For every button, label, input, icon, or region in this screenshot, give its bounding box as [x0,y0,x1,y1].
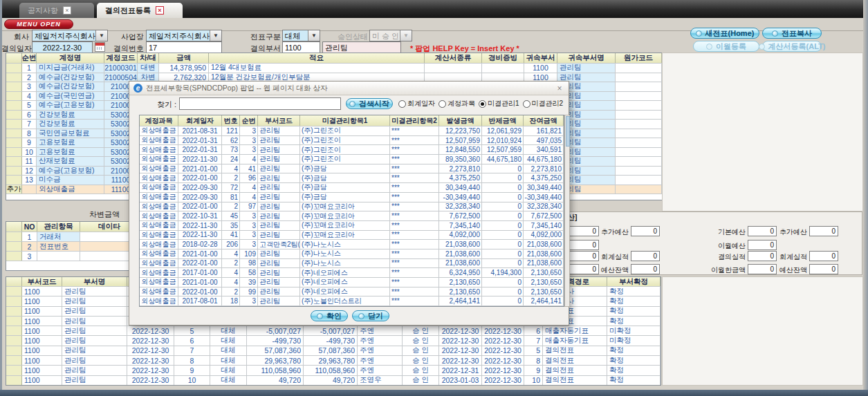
budget-value-box[interactable]: 0 [748,240,777,250]
table-row[interactable]: 외상매출금2022-11-30244관리팀(주)그린조이***89,350,36… [140,155,564,164]
tab-notice[interactable]: 공지사항 × [19,3,94,18]
budget-value-box[interactable]: 0 [809,251,838,261]
tab-close-icon[interactable]: × [63,6,71,15]
cell: 2021-08-31 [178,126,222,135]
column-header: 차/대 [138,53,159,63]
cell: 주엔 [358,336,403,345]
chevron-down-icon[interactable]: ▼ [308,30,320,41]
cell: *** [390,183,439,192]
close-button[interactable]: 닫기 [352,310,389,321]
cell: 18 [222,296,240,305]
table-row[interactable]: 외상매출금2022-01-31733관리팀(주)그린조이***12,848,55… [140,145,564,155]
table-row[interactable]: 외상매출금2022-01-00299관리팀(주)네오피에스***2,130,65… [140,287,564,297]
tab-label: 공지사항 [28,6,58,16]
dept-code-input[interactable]: 1100 [282,41,320,53]
radio-계정과목[interactable]: 계정과목 [438,99,475,109]
cell: 2022-01-00 [178,259,222,268]
cell: (주)금담 [300,173,390,182]
cell [6,167,22,176]
cell: 승 인 [403,326,439,335]
table-row[interactable]: 외상매출금2022-09-30724관리팀(주)금담***30,349,4400… [140,183,564,193]
budget-value-box[interactable]: 0 [748,251,777,261]
popup-titlebar[interactable]: e 전표세부항목(SPNDCDPop) 팝업 -- 웹 페이지 대화 상자 × [129,82,569,95]
cell: *** [390,136,439,145]
cell: 관리팀 [62,346,127,355]
popup-scrollbar[interactable] [564,115,570,307]
cell: 2022-12-30 [439,336,482,345]
table-row[interactable]: 외상매출금2022-11-30413관리팀(주)꼬매요코리아***4,092,0… [140,231,564,241]
cell: 2022-12-30 [482,346,524,355]
radio-미결관리1[interactable]: 미결관리1 [479,99,519,109]
cell: (주)그린조이 [300,126,390,135]
table-row[interactable]: 1100관리팀2022-12-305대체-5,007,027-5,007,027… [6,326,661,336]
table-row[interactable]: 외상매출금2022-11-30353관리팀(주)꼬매요코리아***7,345,1… [140,221,564,231]
budget-value-box[interactable]: 0 [631,226,660,236]
budget-value-box[interactable]: 0 [809,264,838,274]
cell: 29,963,780 [247,356,304,365]
budget-value-box[interactable]: 0 [809,226,838,236]
cell: 확정 [607,317,661,326]
button-label: 닫기 [368,311,383,321]
search-start-button[interactable]: 검색시작 [346,98,393,109]
table-row[interactable]: 1100관리팀2022-12-307대체57,087,36057,087,360… [6,346,661,356]
new-slip-button[interactable]: 새전표(Home) [690,28,759,39]
ok-button[interactable]: 확인 [311,310,348,321]
table-row[interactable]: 외상매출금2022-01-00296관리팀(주)금담***4,375,25004… [140,173,564,183]
cell: 관리팀 [62,317,127,326]
table-row[interactable]: 외상매출금2021-01-00441관리팀(주)금담***2,273,81002… [140,164,564,174]
popup-close-icon[interactable]: × [555,84,564,93]
budget-value-box[interactable]: 0 [631,251,660,261]
table-row[interactable]: 외상매출금2021-08-311213관리팀(주)그린조이***12,223,7… [140,126,564,136]
cell: 14,378,950 [159,64,209,73]
cell: 2022-12-30 [127,356,174,365]
column-header: 귀속부서 [524,53,557,63]
budget-value-box[interactable]: 0 [748,226,777,236]
tab-close-icon[interactable]: × [156,6,164,15]
slip-no-input[interactable]: 17 [146,41,222,53]
table-row[interactable]: 1100관리팀2022-12-309대체110,058,960110,058,9… [6,366,661,375]
table-row[interactable]: 외상매출금2022-01-00297관리팀(주)꼬매요코리아***32,328,… [140,202,564,212]
cell [6,307,22,316]
cell: 4,375,250 [439,173,482,182]
column-header: 계정코드 [104,53,138,63]
cell: 외상매출금 [140,259,178,268]
table-row[interactable]: 1100관리팀2022-12-308대체29,963,78029,963,780… [6,356,661,366]
cell: 0 [482,296,524,305]
radio-회계일자[interactable]: 회계일자 [398,99,435,109]
slip-type-select[interactable]: 대체 ▼ [282,30,320,41]
cell: 2022-12-30 [127,376,174,385]
table-row[interactable]: 외상매출금2022-01-00298관리팀(주)나노시스***21,038,60… [140,259,564,269]
table-row[interactable]: 외상매출금2017-08-01183관리팀(주)노블인더스트리***2,464,… [140,296,564,306]
tab-slip-entry[interactable]: 결의전표등록 × [97,3,183,18]
budget-value-box[interactable]: 0 [631,264,660,274]
cell: 12,061,929 [482,126,524,135]
table-row[interactable]: 외상매출금2021-01-00439관리팀(주)네오피에스***2,130,65… [140,278,564,287]
copy-slip-button[interactable]: 전표복사 [762,28,822,39]
radio-미결관리2[interactable]: 미결관리2 [523,99,564,109]
table-row[interactable]: 1100관리팀2022-12-306대체-499,730-499,730주엔승 … [6,336,661,346]
popup-search-input[interactable] [179,97,341,110]
site-select[interactable]: 제일저지주식회사 ▼ [146,30,222,41]
cell: 4,092,000 [524,231,564,240]
table-row[interactable]: 외상매출금2018-02-282063고객만족2팀(J2(주)나노시스***21… [140,240,564,249]
calendar-icon[interactable] [95,42,105,52]
cell: 외상매출금 [140,145,178,154]
chevron-down-icon[interactable]: ▼ [210,30,221,41]
cell: 3 [240,240,258,249]
company-select[interactable]: 제일저지주식회사 ▼ [32,30,108,41]
cell: 확정 [607,307,661,316]
date-input[interactable]: 2022-12-30 [32,41,93,53]
table-row[interactable]: 외상매출금2022-10-31453관리팀(주)꼬매요코리아***7,672,5… [140,211,564,221]
cell [6,326,22,335]
table-row[interactable]: 외상매출금2021-01-004109관리팀(주)나노시스***21,038,6… [140,249,564,259]
table-row[interactable]: 1미지급금(거래처)21000301대변14,378,95012월 4대보험료1… [6,64,662,73]
chevron-down-icon[interactable]: ▼ [95,30,107,41]
table-row[interactable]: 외상매출금2022-01-31623관리팀(주)그린조이***12,507,95… [140,136,564,146]
table-row[interactable]: 외상매출금2022-09-30814관리팀(주)금담***-30,349,440… [140,193,564,202]
budget-value-box[interactable]: 0 [748,264,777,274]
table-row[interactable]: 1100관리팀2022-12-3010대체49,72049,720조영우승 인2… [6,376,661,386]
scrollbar-thumb[interactable] [566,116,570,147]
table-row[interactable]: 외상매출금2017-01-00458관리팀(주)네오피에스***6,324,95… [140,268,564,278]
cell: 고객만족2팀(J2 [258,240,300,249]
menu-open-button[interactable]: MENU OPEN [4,19,73,29]
